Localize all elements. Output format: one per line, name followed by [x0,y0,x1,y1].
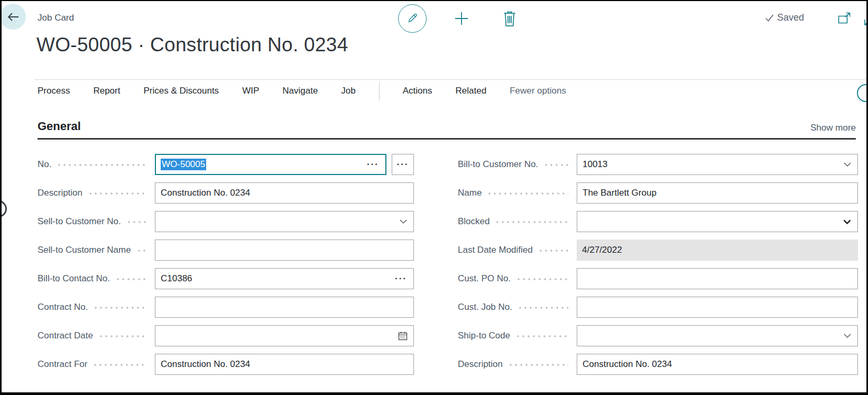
contract-no-input[interactable] [155,297,413,317]
chevron-down-icon[interactable] [844,334,851,338]
bill-to-contact-no-input[interactable] [155,269,395,289]
chevron-down-icon[interactable] [843,219,851,224]
section-underline [38,138,856,140]
contract-date-field: Contract Date [38,321,414,350]
ellipsis-icon[interactable]: ··· [367,159,379,170]
field-label: Description [38,188,82,198]
dotted-leader [508,364,568,366]
menu-prices-discounts[interactable]: Prices & Discounts [143,86,219,96]
field-label: Bill-to Contact No. [38,273,110,284]
description-2-field: Description [458,350,858,379]
menu-navigate[interactable]: Navigate [282,86,318,96]
menu-wip[interactable]: WIP [242,86,259,96]
dotted-leader [126,221,146,223]
field-label: Name [458,188,482,198]
dotted-leader [98,335,146,337]
resize-icon[interactable] [863,13,868,26]
action-bar: Process Report Prices & Discounts WIP Na… [38,81,566,101]
field-label: Contract Date [38,330,93,341]
save-status-label: Saved [777,12,804,23]
no-input-selected-text[interactable]: WO-50005 [161,159,206,170]
form-column-right: Bill-to Customer No. Name Blocked [458,150,858,379]
field-label: Blocked [458,216,490,227]
field-label: Ship-to Code [458,330,510,341]
ship-to-code-field: Ship-to Code [458,321,858,350]
field-label: Sell-to Customer No. [38,216,121,227]
menu-fewer-options[interactable]: Fewer options [510,86,566,96]
chevron-down-icon[interactable] [400,219,407,224]
page-title: WO-50005 · Construction No. 0234 [36,34,348,56]
dotted-leader [518,307,568,309]
menu-process[interactable]: Process [38,86,70,96]
edit-button[interactable] [398,4,427,33]
sell-to-customer-no-input[interactable] [155,212,400,232]
last-date-modified-value: 4/27/2022 [577,240,858,261]
checkmark-icon [764,13,774,23]
menu-actions[interactable]: Actions [403,86,432,96]
sell-to-customer-name-input[interactable] [155,240,413,260]
open-in-new-window-icon[interactable] [837,12,852,25]
dotted-leader [93,364,146,366]
no-field: No. WO-50005 ··· ··· [38,150,414,179]
cust-po-no-input[interactable] [577,269,857,289]
bill-to-customer-no-input[interactable] [577,154,844,174]
dotted-leader [515,335,568,337]
dotted-leader [88,192,146,195]
dotted-leader [136,250,146,252]
job-card-page: Job Card Saved WO-50005 · Construction N… [0,0,868,395]
cust-job-no-field: Cust. Job No. [458,293,858,321]
dotted-leader [487,192,568,195]
cust-job-no-input[interactable] [577,297,857,317]
header-divider [34,79,866,80]
name-input[interactable] [577,183,857,203]
dotted-leader [543,164,568,166]
new-button[interactable] [453,10,470,27]
menu-job[interactable]: Job [341,86,355,96]
bill-to-contact-no-field: Bill-to Contact No. ··· [38,264,414,293]
contract-for-field: Contract For [38,350,414,379]
bill-to-customer-no-field: Bill-to Customer No. [458,150,858,179]
field-label: Description [458,359,503,370]
save-status: Saved [764,12,804,23]
delete-button[interactable] [502,10,518,27]
blocked-select[interactable] [577,212,843,232]
description-field: Description [38,179,414,207]
contract-no-field: Contract No. [38,293,414,321]
dotted-leader [538,250,568,252]
menu-divider [379,81,380,100]
plus-icon [453,10,470,27]
help-icon[interactable] [857,84,868,102]
trash-icon [502,10,518,27]
show-more-link[interactable]: Show more [810,123,856,133]
chevron-down-icon[interactable] [844,162,851,167]
description-2-input[interactable] [577,354,857,374]
last-date-modified-field: Last Date Modified 4/27/2022 [458,236,858,264]
calendar-icon[interactable] [398,330,408,341]
no-input[interactable]: WO-50005 ··· [155,154,386,175]
dotted-leader [93,307,146,309]
name-field: Name [458,179,858,207]
field-label: Contract No. [38,302,88,313]
contract-for-input[interactable] [155,354,413,374]
form-column-left: No. WO-50005 ··· ··· Description [38,150,414,379]
cust-po-no-field: Cust. PO No. [458,264,858,293]
menu-related[interactable]: Related [456,86,487,96]
contract-date-input[interactable] [155,326,398,346]
sell-to-customer-name-field: Sell-to Customer Name [38,236,414,264]
back-button[interactable] [0,4,26,30]
panel-handle[interactable] [0,200,7,217]
ellipsis-icon[interactable]: ··· [395,273,407,284]
field-label: Cust. PO No. [458,273,511,284]
ship-to-code-input[interactable] [577,326,844,346]
blocked-field: Blocked [458,207,858,236]
description-input[interactable] [155,183,413,203]
dotted-leader [115,278,146,280]
field-label: Last Date Modified [458,245,533,255]
field-label: No. [38,159,51,170]
assist-edit-button[interactable]: ··· [392,154,414,175]
field-label: Sell-to Customer Name [38,245,131,255]
sell-to-customer-no-field: Sell-to Customer No. [38,207,414,236]
menu-report[interactable]: Report [93,86,120,96]
dotted-leader [57,164,146,166]
section-title-general: General [38,120,81,133]
